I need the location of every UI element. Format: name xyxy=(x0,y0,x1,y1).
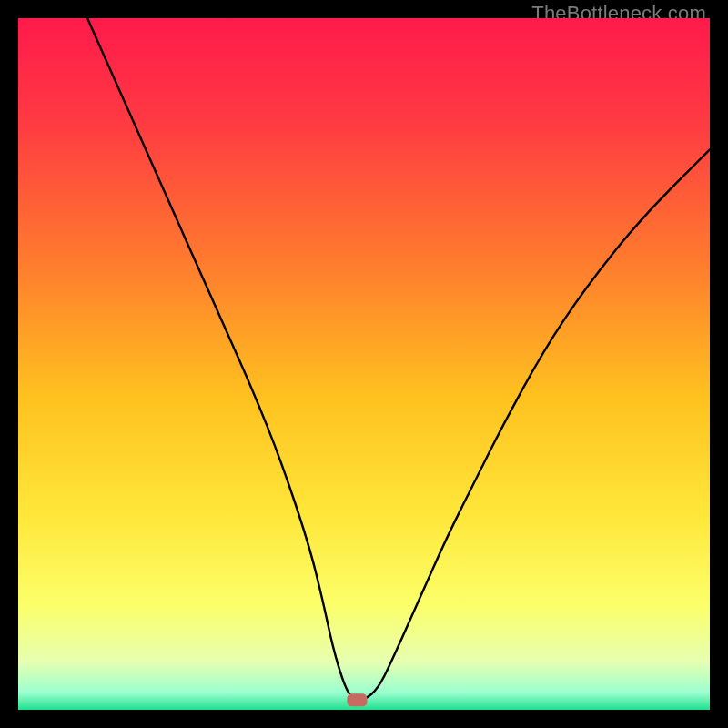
chart-frame xyxy=(18,18,710,710)
chart-svg xyxy=(18,18,710,710)
chart-background xyxy=(18,18,710,710)
curve-marker xyxy=(347,693,367,706)
